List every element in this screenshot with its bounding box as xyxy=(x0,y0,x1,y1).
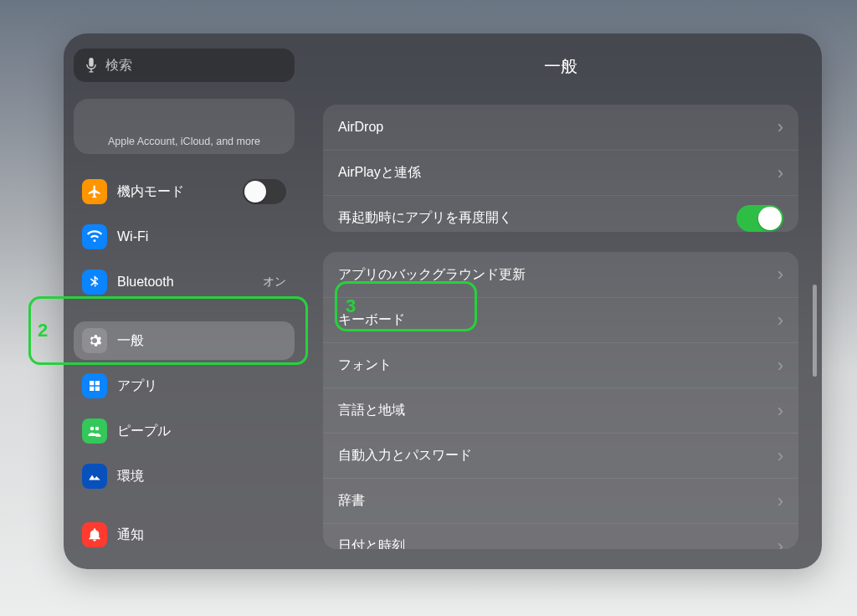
row-label: 日付と時刻 xyxy=(338,537,405,549)
row-label: AirPlayと連係 xyxy=(338,164,421,182)
sidebar-item-label: ピープル xyxy=(117,423,171,440)
settings-group-2: アプリのバックグラウンド更新 › キーボード › フォント › 言語と地域 › … xyxy=(323,252,798,549)
sidebar-item-label: 環境 xyxy=(117,468,144,485)
search-input[interactable]: 検索 xyxy=(74,49,295,82)
sidebar-item-label: 通知 xyxy=(117,526,144,544)
row-airplay[interactable]: AirPlayと連係 › xyxy=(323,150,798,195)
sidebar-item-people[interactable]: ピープル xyxy=(74,412,295,450)
airplane-icon xyxy=(82,179,107,204)
chevron-right-icon: › xyxy=(777,402,783,420)
sidebar-item-notifications[interactable]: 通知 xyxy=(74,516,295,554)
row-reopen-apps[interactable]: 再起動時にアプリを再度開く xyxy=(323,195,798,232)
row-dictionary[interactable]: 辞書 › xyxy=(323,478,798,523)
environment-icon xyxy=(82,464,107,489)
sidebar-item-label: アプリ xyxy=(117,377,157,395)
chevron-right-icon: › xyxy=(777,447,783,465)
sidebar-item-wifi[interactable]: Wi-Fi xyxy=(74,218,295,256)
sidebar: 検索 Apple Account, iCloud, and more 機内モード… xyxy=(64,33,305,569)
row-language-region[interactable]: 言語と地域 › xyxy=(323,388,798,433)
bluetooth-value: オン xyxy=(263,275,286,290)
sidebar-item-label: Bluetooth xyxy=(117,275,174,290)
chevron-right-icon: › xyxy=(777,311,783,330)
scrollbar[interactable] xyxy=(813,285,817,377)
row-label: アプリのバックグラウンド更新 xyxy=(338,266,526,284)
sidebar-item-bluetooth[interactable]: Bluetooth オン xyxy=(74,263,295,301)
row-label: AirDrop xyxy=(338,120,383,135)
row-airdrop[interactable]: AirDrop › xyxy=(323,105,798,150)
row-date-time[interactable]: 日付と時刻 › xyxy=(323,523,798,549)
main-header: 一般 xyxy=(323,50,798,83)
row-font[interactable]: フォント › xyxy=(323,342,798,388)
row-background-refresh[interactable]: アプリのバックグラウンド更新 › xyxy=(323,252,798,297)
row-keyboard[interactable]: キーボード › xyxy=(323,297,798,342)
sidebar-item-environment[interactable]: 環境 xyxy=(74,457,295,495)
settings-window: 検索 Apple Account, iCloud, and more 機内モード… xyxy=(64,33,822,569)
chevron-right-icon: › xyxy=(777,164,783,182)
wifi-icon xyxy=(82,224,107,249)
sidebar-item-general[interactable]: 一般 xyxy=(74,321,295,360)
page-title: 一般 xyxy=(544,55,577,78)
bluetooth-icon xyxy=(82,270,107,295)
row-autofill-password[interactable]: 自動入力とパスワード › xyxy=(323,433,798,478)
reopen-toggle[interactable] xyxy=(736,205,783,232)
sidebar-item-label: 一般 xyxy=(117,332,144,350)
row-label: 再起動時にアプリを再度開く xyxy=(338,209,512,227)
main-panel: 一般 AirDrop › AirPlayと連係 › 再起動時にアプリを再度開く … xyxy=(305,33,822,569)
gear-icon xyxy=(82,328,107,353)
chevron-right-icon: › xyxy=(777,265,783,284)
search-placeholder: 検索 xyxy=(105,57,132,74)
sidebar-item-label: 機内モード xyxy=(117,183,184,201)
account-subtitle: Apple Account, iCloud, and more xyxy=(108,136,260,147)
row-label: キーボード xyxy=(338,311,405,329)
account-card[interactable]: Apple Account, iCloud, and more xyxy=(74,99,295,154)
chevron-right-icon: › xyxy=(777,357,783,375)
sidebar-item-airplane[interactable]: 機内モード xyxy=(74,172,295,211)
row-label: 辞書 xyxy=(338,492,365,510)
microphone-icon xyxy=(85,58,97,73)
chevron-right-icon: › xyxy=(777,492,783,511)
sidebar-item-label: Wi-Fi xyxy=(117,229,148,244)
row-label: フォント xyxy=(338,357,392,374)
settings-group-1: AirDrop › AirPlayと連係 › 再起動時にアプリを再度開く xyxy=(323,105,798,232)
bell-icon xyxy=(82,522,107,547)
row-label: 自動入力とパスワード xyxy=(338,447,472,465)
apps-icon xyxy=(82,373,107,398)
sidebar-item-apps[interactable]: アプリ xyxy=(74,367,295,405)
airplane-toggle[interactable] xyxy=(243,179,286,204)
chevron-right-icon: › xyxy=(777,118,783,136)
people-icon xyxy=(82,418,107,444)
row-label: 言語と地域 xyxy=(338,402,405,419)
chevron-right-icon: › xyxy=(777,537,783,549)
